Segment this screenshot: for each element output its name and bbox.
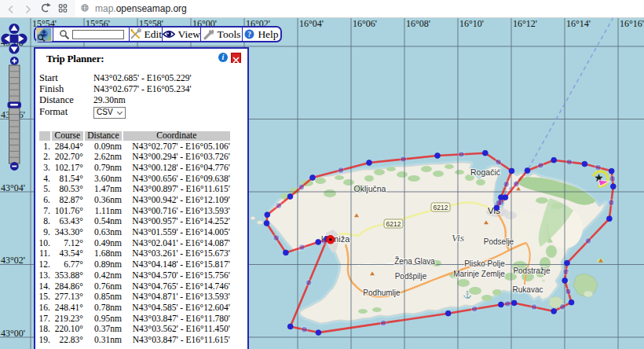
svg-text:⚓: ⚓ (463, 290, 472, 299)
svg-text:Plisko Polje: Plisko Polje (464, 259, 505, 268)
svg-text:43°00': 43°00' (1, 328, 25, 339)
svg-text:16°10': 16°10' (459, 18, 484, 29)
svg-text:Podšpilje: Podšpilje (395, 272, 427, 281)
svg-text:Vis: Vis (452, 232, 464, 244)
svg-text:Rukavac: Rukavac (513, 285, 543, 294)
svg-text:Podselje: Podselje (484, 237, 514, 246)
svg-text:Marinje Zemlje: Marinje Zemlje (453, 270, 505, 278)
svg-text:Rogačić: Rogačić (470, 167, 500, 177)
svg-text:16°06': 16°06' (353, 18, 377, 29)
svg-text:Žena Glava: Žena Glava (394, 256, 435, 266)
svg-text:?: ? (248, 31, 252, 39)
svg-text:16°16': 16°16' (620, 18, 644, 29)
svg-text:16°14': 16°14' (566, 18, 591, 29)
svg-text:Oključna: Oključna (354, 184, 386, 193)
svg-text:6212: 6212 (386, 220, 401, 228)
svg-text:6212: 6212 (434, 204, 448, 211)
svg-text:Podhumlje: Podhumlje (363, 288, 401, 297)
svg-text:16°08': 16°08' (406, 18, 430, 29)
svg-text:16°12': 16°12' (513, 18, 537, 29)
svg-text:43°02': 43°02' (1, 255, 25, 266)
svg-text:Podstražje: Podstražje (513, 266, 551, 275)
svg-text:43°04': 43°04' (1, 182, 25, 193)
svg-text:16°04': 16°04' (299, 18, 324, 29)
